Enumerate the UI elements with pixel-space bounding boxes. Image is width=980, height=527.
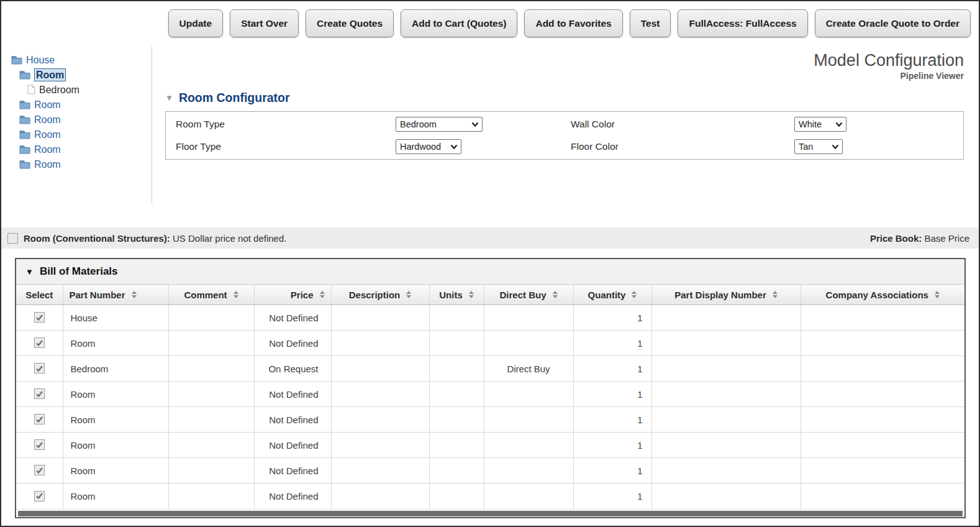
column-header-comment[interactable]: Comment (168, 285, 254, 305)
column-header-quantity[interactable]: Quantity (573, 285, 651, 305)
description-cell (331, 483, 429, 509)
bom-header-row: SelectPart NumberCommentPriceDescription… (16, 285, 964, 305)
content-row: HouseRoomBedroomRoomRoomRoomRoomRoom Mod… (1, 47, 979, 227)
horizontal-scrollbar[interactable] (16, 509, 964, 517)
tree-node-label[interactable]: Room (34, 68, 66, 81)
main-area: Model Configuration Pipeline Viewer ▼ Ro… (152, 47, 979, 227)
bom-table-head: SelectPart NumberCommentPriceDescription… (16, 285, 964, 305)
start-over-button[interactable]: Start Over (230, 9, 299, 37)
row-select-checkbox[interactable] (34, 388, 45, 399)
column-header-part-display-number[interactable]: Part Display Number (651, 285, 801, 305)
tree-node-room[interactable]: Room (1, 127, 152, 142)
row-select-checkbox[interactable] (34, 337, 45, 348)
tree-node-house[interactable]: House (1, 52, 152, 67)
tree-node-room[interactable]: Room (1, 142, 152, 157)
floor-type-select[interactable]: Hardwood (396, 139, 461, 154)
bom-table-body: HouseNot Defined1RoomNot Defined1Bedroom… (16, 305, 964, 509)
units-cell (429, 433, 484, 458)
sort-icon[interactable] (632, 291, 637, 298)
sort-icon[interactable] (132, 291, 137, 298)
column-header-direct-buy[interactable]: Direct Buy (484, 285, 573, 305)
column-header-price[interactable]: Price (254, 285, 331, 305)
row-select-checkbox[interactable] (34, 465, 45, 475)
quantity-cell: 1 (573, 407, 651, 433)
part-display-number-cell (651, 458, 801, 483)
column-header-units[interactable]: Units (429, 285, 484, 305)
table-row: BedroomOn RequestDirect Buy1 (16, 356, 964, 382)
row-select-checkbox[interactable] (34, 414, 45, 424)
tree-node-label[interactable]: Room (34, 114, 61, 126)
price-cell: Not Defined (254, 458, 331, 483)
tree-node-bedroom[interactable]: Bedroom (1, 82, 152, 97)
tree-node-room[interactable]: Room (1, 112, 152, 127)
row-select-checkbox[interactable] (34, 312, 45, 323)
row-select-checkbox[interactable] (34, 491, 45, 502)
direct-buy-cell (484, 331, 573, 356)
column-header-description[interactable]: Description (331, 285, 429, 305)
direct-buy-cell (484, 382, 573, 407)
tree-node-room[interactable]: Room (1, 97, 152, 112)
page-subtitle: Pipeline Viewer (152, 71, 964, 81)
tree-node-label[interactable]: Bedroom (39, 84, 79, 96)
company-associations-cell (801, 483, 964, 509)
select-cell (16, 483, 63, 509)
sort-icon[interactable] (406, 291, 411, 298)
select-cell (16, 331, 63, 356)
part-display-number-cell (651, 305, 801, 331)
units-cell (429, 458, 484, 483)
row-select-checkbox[interactable] (34, 439, 45, 450)
column-header-part-number[interactable]: Part Number (63, 285, 168, 305)
wall-color-select[interactable]: White (794, 117, 846, 132)
room-configurator-panel: Room TypeBedroomWall ColorWhiteFloor Typ… (165, 111, 964, 160)
quantity-cell: 1 (573, 331, 651, 356)
update-button[interactable]: Update (168, 9, 224, 37)
tree-node-label[interactable]: House (26, 54, 55, 66)
create-oracle-quote-to-order-button[interactable]: Create Oracle Quote to Order (815, 9, 971, 37)
column-label: Company Associations (826, 290, 928, 300)
floor-color-select[interactable]: Tan (794, 139, 843, 154)
add-to-cart-quotes-button[interactable]: Add to Cart (Quotes) (401, 9, 517, 37)
bill-of-materials-titlebar: ▼ Bill of Materials (16, 259, 964, 284)
sort-icon[interactable] (773, 291, 778, 298)
scrollbar-thumb[interactable] (18, 511, 963, 516)
column-header-company-associations[interactable]: Company Associations (801, 285, 964, 305)
collapse-caret-icon[interactable]: ▼ (25, 267, 34, 277)
part-number-cell: Room (63, 331, 168, 356)
tree-node-room[interactable]: Room (1, 67, 152, 82)
sort-icon[interactable] (234, 291, 238, 298)
tree-node-room[interactable]: Room (1, 157, 152, 172)
part-number-cell: Room (63, 407, 168, 433)
comment-cell (168, 483, 254, 509)
column-label: Description (349, 290, 401, 300)
folder-icon (19, 130, 30, 139)
price-line-text: Room (Conventional Structures): US Dolla… (24, 233, 286, 244)
sort-icon[interactable] (469, 291, 474, 298)
folder-icon (19, 145, 30, 154)
collapse-caret-icon[interactable]: ▼ (165, 93, 173, 103)
sort-icon[interactable] (935, 291, 940, 298)
part-number-cell: Room (63, 382, 168, 407)
test-button[interactable]: Test (630, 9, 671, 37)
select-cell (16, 356, 63, 382)
create-quotes-button[interactable]: Create Quotes (306, 9, 394, 37)
quantity-cell: 1 (573, 483, 651, 509)
part-number-cell: Room (63, 458, 168, 483)
tree-node-label[interactable]: Room (34, 99, 61, 111)
price-book-value: Base Price (924, 233, 969, 244)
tree-node-label[interactable]: Room (34, 129, 61, 140)
price-cell: Not Defined (254, 305, 331, 331)
sort-icon[interactable] (320, 291, 325, 298)
tree-node-label[interactable]: Room (34, 158, 61, 170)
sort-icon[interactable] (553, 291, 558, 298)
price-line-checkbox[interactable] (7, 233, 18, 244)
add-to-favorites-button[interactable]: Add to Favorites (524, 9, 622, 37)
fullaccess-fullaccess-button[interactable]: FullAccess: FullAccess (678, 9, 807, 37)
room-type-select-wrap: Bedroom (396, 117, 483, 132)
row-select-checkbox[interactable] (34, 363, 45, 373)
tree-node-label[interactable]: Room (34, 144, 61, 155)
price-cell: Not Defined (254, 331, 331, 356)
room-type-select[interactable]: Bedroom (396, 117, 483, 132)
comment-cell (168, 382, 254, 407)
description-cell (331, 356, 429, 382)
table-row: RoomNot Defined1 (16, 331, 964, 356)
